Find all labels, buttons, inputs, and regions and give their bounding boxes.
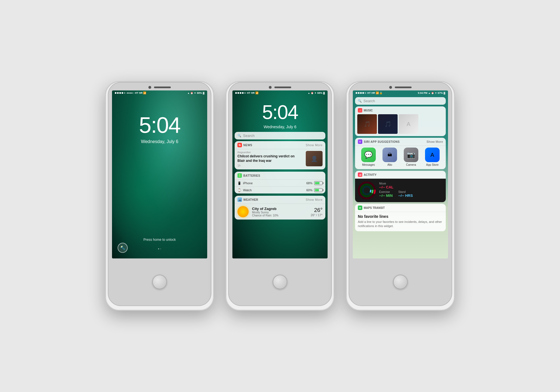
today-bg: HT HR 📶 🔒 5:04 PM ▲ ⏰ ✦ 67% ▓ � xyxy=(353,90,448,258)
stand-value: --/-- HRS xyxy=(398,193,413,198)
iphone-battery-right: 68% xyxy=(306,181,323,185)
lock-time-2: 5:04 Wednesday, July 6 xyxy=(232,101,328,129)
news-text: theguardian Chilcot delivers crushing ve… xyxy=(237,151,303,167)
watch-battery-right: 60% xyxy=(306,188,323,192)
camera-icon-2 xyxy=(269,86,272,89)
battery-label-2: 68% xyxy=(317,92,322,94)
weather-show-more[interactable]: Show More xyxy=(306,198,323,201)
maps-content: No favorite lines Add a line to your fav… xyxy=(355,212,446,231)
bluetooth-icon-1: ✦ xyxy=(194,92,196,94)
music-title: MUSIC xyxy=(364,109,373,112)
siri-title: SIRI APP SUGGESTIONS xyxy=(364,140,400,143)
camera-app-icon: 📷 xyxy=(404,148,418,162)
camera-icon-3 xyxy=(389,86,392,89)
iphone-widgets: HT HR 📶 ▲ ⏰ ✦ 68% ▓ 5:04 Wednesday, July… xyxy=(225,81,335,311)
siri-app-messages[interactable]: 💬 Messages xyxy=(361,148,376,166)
music-icon: ♪ xyxy=(358,108,362,113)
camera-icon xyxy=(148,86,151,89)
home-button-3[interactable] xyxy=(393,275,408,289)
batteries-title: BATTERIES xyxy=(243,174,260,177)
speaker xyxy=(154,87,171,88)
weather-title: WEATHER xyxy=(243,198,258,201)
batteries-header-left: 🔋 BATTERIES xyxy=(237,173,260,178)
exercise-stand-row: Exercise --/-- MIN Stand --/-- HRS xyxy=(379,190,443,199)
activity-content: Move --/-- CAL Exercise --/-- MIN Stand xyxy=(355,179,446,202)
search-label-2: Search xyxy=(243,134,255,138)
messages-app-label: Messages xyxy=(362,163,375,166)
exercise-stat: Exercise --/-- MIN xyxy=(379,190,393,198)
album-art-2[interactable]: 🎵 xyxy=(378,114,398,134)
weather-icon: ☁ xyxy=(237,197,242,202)
album-art-3[interactable]: A xyxy=(399,114,418,134)
weather-rain: Chance of Rain: 10% xyxy=(252,214,307,217)
time-display-1: 5:04 xyxy=(112,112,207,138)
wifi-icon-2: 📶 xyxy=(255,92,258,94)
batteries-widget: 🔋 BATTERIES 📱 iPhone 68% xyxy=(235,172,325,193)
news-headline: Chilcot delivers crushing verdict on Bla… xyxy=(237,154,303,163)
alarm-icon-3: ⏰ xyxy=(431,92,434,94)
album-art-1[interactable]: 🎵 xyxy=(357,114,377,134)
battery-icon-2: ▓ xyxy=(323,92,325,94)
page-dots: ● ○ xyxy=(112,246,207,251)
status-right-1: ▲ ⏰ ✦ 68% ▓ xyxy=(187,92,204,94)
messages-app-icon: 💬 xyxy=(361,148,376,162)
maps-title: MAPS TRANSIT xyxy=(364,206,385,209)
status-bar-2: HT HR 📶 ▲ ⏰ ✦ 68% ▓ xyxy=(232,90,328,95)
rings-svg xyxy=(358,181,376,199)
iphone-lockscreen: ●●●●○ HT HR 📶 ▲ ⏰ ✦ 68% ▓ 5:04 Wednesday… xyxy=(105,81,214,311)
signal-dot-empty xyxy=(124,92,125,94)
siri-app-alto[interactable]: 🏔 Alto xyxy=(382,148,397,166)
watch-batt-bar xyxy=(314,188,323,192)
siri-app-camera[interactable]: 📷 Camera xyxy=(404,148,418,166)
maps-header: M MAPS TRANSIT xyxy=(355,204,446,212)
search-bar-3[interactable]: 🔍 Search xyxy=(355,97,446,105)
gps-icon-2: ▲ xyxy=(308,92,310,94)
date-display-2: Wednesday, July 6 xyxy=(232,125,328,129)
wifi-icon-1: 📶 xyxy=(143,92,146,94)
maps-icon: M xyxy=(358,206,362,210)
phone-icon: 📱 xyxy=(237,181,241,185)
camera-app-label: Camera xyxy=(406,163,416,166)
widgets-scroll: N NEWS Show More theguardian Chilcot del… xyxy=(232,141,328,220)
appstore-app-label: App Store xyxy=(426,163,438,166)
carrier-label-2: HT HR xyxy=(247,92,255,94)
weather-info: City of Zagreb Mostly Sunny Chance of Ra… xyxy=(252,207,307,217)
signal-dot xyxy=(115,92,116,94)
gps-icon-3: ▲ xyxy=(428,92,430,94)
carrier-label-1: ●●●●○ HT HR xyxy=(127,92,143,94)
watch-pct: 60% xyxy=(306,188,312,192)
battery-label-1: 68% xyxy=(197,92,202,94)
news-source: theguardian xyxy=(237,151,303,154)
exercise-label: Exercise xyxy=(379,190,393,193)
home-button-1[interactable] xyxy=(152,275,167,289)
widgets-screen: HT HR 📶 ▲ ⏰ ✦ 68% ▓ 5:04 Wednesday, July… xyxy=(232,90,328,258)
alto-app-label: Alto xyxy=(387,163,392,166)
batteries-header: 🔋 BATTERIES xyxy=(235,172,325,179)
signal-dot xyxy=(237,92,239,94)
home-button-2[interactable] xyxy=(273,275,287,289)
signal-dot xyxy=(122,92,123,94)
signal-dot xyxy=(117,92,119,94)
news-image: 👤 xyxy=(306,151,323,166)
siri-show-more[interactable]: Show More xyxy=(426,140,443,143)
siri-suggestions-widget: S SIRI APP SUGGESTIONS Show More 💬 Messa… xyxy=(355,138,446,169)
iphone-pct: 68% xyxy=(306,181,312,185)
news-show-more[interactable]: Show More xyxy=(306,143,323,147)
iphone-top-1 xyxy=(108,83,211,90)
signal-dot xyxy=(240,92,241,94)
weather-temp: 26° 26° / 17° xyxy=(311,207,323,217)
page-dot-indicator: ● ○ xyxy=(158,248,161,250)
stand-stat: Stand --/-- HRS xyxy=(398,190,413,198)
search-icon-3: 🔍 xyxy=(358,99,362,103)
activity-stats: Move --/-- CAL Exercise --/-- MIN Stand xyxy=(379,182,443,199)
siri-app-appstore[interactable]: A App Store xyxy=(425,148,440,166)
today-time-status: 5:04 PM xyxy=(418,92,427,94)
widgets-bg: HT HR 📶 ▲ ⏰ ✦ 68% ▓ 5:04 Wednesday, July… xyxy=(232,90,328,258)
iphone-batt-bar xyxy=(314,181,323,185)
signal-dot xyxy=(360,92,362,94)
search-bar-2[interactable]: 🔍 Search xyxy=(235,132,325,139)
press-home-label: Press home to unlock xyxy=(112,238,207,242)
maps-transit-widget: M MAPS TRANSIT No favorite lines Add a l… xyxy=(355,204,446,231)
signal-dot xyxy=(356,92,357,94)
watch-batt-fill xyxy=(315,189,319,191)
